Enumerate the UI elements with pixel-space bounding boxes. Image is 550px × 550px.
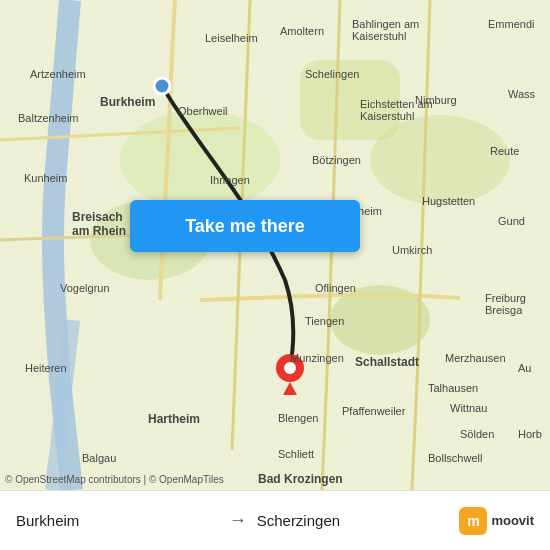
map-container: Artzenheim Baltzenheim Kunheim Burkheim …	[0, 0, 550, 490]
svg-point-4	[370, 115, 510, 205]
take-me-there-button[interactable]: Take me there	[130, 200, 360, 252]
svg-point-8	[284, 362, 296, 374]
route-from: Burkheim	[16, 512, 219, 529]
svg-rect-3	[300, 60, 400, 140]
route-to: Scherzingen	[257, 512, 460, 529]
bottom-bar: Burkheim → Scherzingen m moovit	[0, 490, 550, 550]
map-attribution: © OpenStreetMap contributors | © OpenMap…	[5, 474, 224, 485]
moovit-logo: m moovit	[459, 507, 534, 535]
route-arrow-icon: →	[229, 510, 247, 531]
moovit-icon: m	[459, 507, 487, 535]
svg-point-1	[120, 110, 280, 210]
moovit-text: moovit	[491, 513, 534, 528]
svg-point-6	[154, 78, 170, 94]
